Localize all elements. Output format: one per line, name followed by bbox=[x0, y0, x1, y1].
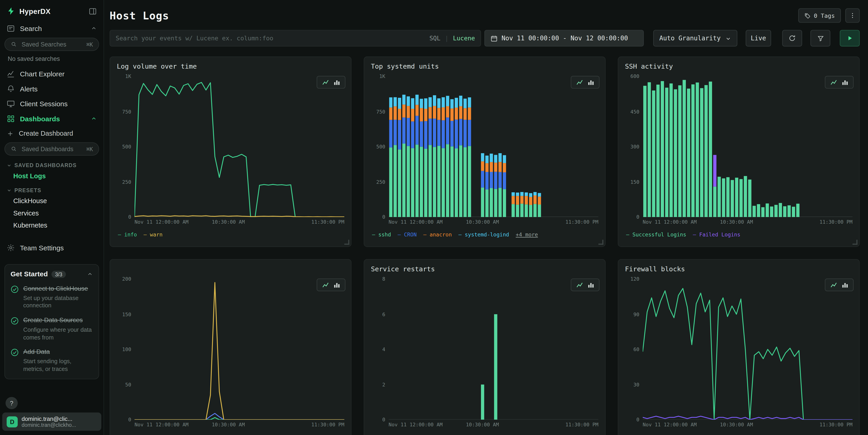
legend-item[interactable]: — warn bbox=[144, 231, 162, 238]
sidebar-item-label: Client Sessions bbox=[20, 100, 67, 107]
chart-type-toggle[interactable] bbox=[825, 279, 854, 291]
legend-item[interactable]: — Successful Logins bbox=[626, 231, 686, 238]
panel-title bbox=[117, 265, 344, 273]
chart-legend: — fail2ban-server— kernel— sshd bbox=[118, 434, 344, 435]
chart-type-toggle[interactable] bbox=[571, 279, 599, 291]
saved-searches-field[interactable] bbox=[21, 40, 83, 48]
bar-chart-icon[interactable] bbox=[841, 281, 848, 289]
legend-item[interactable]: — anacron bbox=[423, 231, 452, 238]
chevron-down-icon bbox=[7, 188, 11, 193]
sidebar-item-search[interactable]: Search bbox=[0, 21, 103, 36]
sidebar-item-alerts[interactable]: Alerts bbox=[0, 82, 103, 96]
filter-button[interactable] bbox=[810, 30, 830, 46]
line-chart-icon[interactable] bbox=[321, 281, 330, 289]
saved-dashboards-field[interactable] bbox=[21, 145, 83, 153]
chevron-up-icon bbox=[87, 271, 93, 277]
preset-link-clickhouse[interactable]: ClickHouse bbox=[0, 195, 103, 207]
lucene-toggle[interactable]: Lucene bbox=[453, 35, 475, 42]
chart-type-toggle[interactable] bbox=[571, 76, 599, 89]
legend-item[interactable]: — systemd bbox=[372, 434, 401, 435]
get-started-step[interactable]: Connect to ClickHouse Set up your databa… bbox=[10, 284, 93, 310]
brand-row: HyperDX bbox=[0, 5, 103, 21]
event-search-input[interactable] bbox=[110, 35, 429, 42]
line-chart-icon[interactable] bbox=[830, 79, 837, 86]
bar-chart-icon[interactable] bbox=[587, 79, 595, 86]
legend-item[interactable]: — kernel bbox=[179, 434, 204, 435]
run-query-button[interactable] bbox=[840, 30, 860, 46]
section-presets[interactable]: PRESETS bbox=[0, 182, 103, 195]
y-tick: 150 bbox=[122, 311, 131, 317]
line-chart-icon[interactable] bbox=[576, 281, 584, 289]
section-saved-dashboards[interactable]: SAVED DASHBOARDS bbox=[0, 157, 103, 170]
legend-item[interactable]: — Failed Logins bbox=[693, 231, 740, 238]
legend-item[interactable]: — Allowed bbox=[626, 434, 655, 435]
sidebar-collapse-icon[interactable] bbox=[89, 7, 97, 15]
x-tick: Nov 11 12:00:00 AM bbox=[643, 219, 697, 225]
legend-item[interactable]: — systemd-logind bbox=[458, 231, 509, 238]
tags-button[interactable]: 0 Tags bbox=[798, 8, 841, 23]
y-tick: 600 bbox=[630, 74, 640, 79]
saved-searches-input[interactable]: ⌘K bbox=[4, 38, 99, 51]
legend-item[interactable]: — info bbox=[118, 231, 137, 238]
create-dashboard-button[interactable]: Create Dashboard bbox=[0, 126, 103, 141]
get-started-step[interactable]: Add Data Start sending logs, metrics, or… bbox=[10, 348, 93, 373]
chart-type-toggle[interactable] bbox=[317, 76, 345, 89]
bar-chart-icon[interactable] bbox=[333, 281, 341, 289]
x-tick: 10:30:00 AM bbox=[212, 422, 245, 428]
sidebar-item-team-settings[interactable]: Team Settings bbox=[0, 240, 103, 255]
x-tick: 11:30:00 PM bbox=[565, 219, 598, 225]
preset-link-services[interactable]: Services bbox=[0, 207, 103, 219]
chart-legend: — info— warn bbox=[118, 231, 344, 238]
help-button[interactable]: ? bbox=[5, 397, 18, 409]
line-chart-icon[interactable] bbox=[830, 281, 837, 289]
sidebar-item-label: Alerts bbox=[20, 85, 38, 93]
bar-chart-icon[interactable] bbox=[587, 281, 595, 289]
y-tick: 250 bbox=[122, 179, 131, 185]
preset-link-kubernetes[interactable]: Kubernetes bbox=[0, 219, 103, 231]
sidebar: HyperDX Search ⌘K No saved searches bbox=[0, 0, 104, 435]
sidebar-item-label: Team Settings bbox=[20, 244, 64, 252]
refresh-button[interactable] bbox=[782, 30, 802, 46]
panel-title: Log volume over time bbox=[117, 62, 344, 71]
legend-item[interactable]: — sshd bbox=[372, 231, 391, 238]
y-tick: 1K bbox=[379, 74, 385, 79]
app-window: HyperDX Search ⌘K No saved searches bbox=[0, 0, 868, 435]
x-tick: 11:30:00 PM bbox=[311, 219, 344, 225]
legend-item[interactable]: — CRON bbox=[398, 231, 417, 238]
sql-toggle[interactable]: SQL bbox=[429, 35, 440, 42]
chart-area: 02505007501K Nov 11 12:00:00 AM10:30:00 … bbox=[371, 76, 598, 226]
user-menu[interactable]: D dominic.tran@clic... dominic.tran@clic… bbox=[2, 412, 101, 431]
dashboard-grid: Log volume over time 02505007501K Nov 11… bbox=[110, 57, 860, 435]
line-chart-icon[interactable] bbox=[321, 79, 330, 86]
legend-item[interactable]: — sshd bbox=[210, 434, 229, 435]
y-tick: 500 bbox=[376, 144, 385, 149]
get-started-step[interactable]: Create Data Sources Configure where your… bbox=[10, 316, 93, 341]
chevron-up-icon bbox=[91, 116, 97, 122]
x-tick: 11:30:00 PM bbox=[311, 422, 344, 428]
get-started-header[interactable]: Get Started 3/3 bbox=[10, 270, 93, 278]
more-menu-button[interactable] bbox=[845, 8, 860, 23]
bar-chart-icon[interactable] bbox=[841, 79, 848, 86]
sidebar-item-dashboards[interactable]: Dashboards bbox=[0, 111, 103, 126]
legend-item[interactable]: — fail2ban-server bbox=[118, 434, 172, 435]
saved-dashboards-input[interactable]: ⌘K bbox=[4, 142, 99, 155]
time-range-picker[interactable]: Nov 11 00:00:00 - Nov 12 00:00:00 bbox=[485, 30, 644, 46]
y-tick: 0 bbox=[637, 417, 640, 423]
granularity-select[interactable]: Auto Granularity bbox=[653, 30, 737, 46]
bar-chart-icon[interactable] bbox=[333, 79, 341, 86]
kebab-menu-icon bbox=[849, 12, 856, 19]
sidebar-item-chart-explorer[interactable]: Chart Explorer bbox=[0, 66, 103, 82]
live-button[interactable]: Live bbox=[746, 30, 771, 46]
line-chart-icon[interactable] bbox=[576, 79, 584, 86]
step-title: Create Data Sources bbox=[23, 316, 93, 325]
chart-type-toggle[interactable] bbox=[825, 76, 854, 89]
legend-item[interactable]: — Blocked bbox=[661, 434, 690, 435]
chart-type-toggle[interactable] bbox=[317, 279, 345, 291]
sidebar-item-client-sessions[interactable]: Client Sessions bbox=[0, 96, 103, 112]
legend-more-link[interactable]: +4 more bbox=[516, 231, 538, 238]
chart-panel-systemd-units: Top systemd units 02505007501K Nov 11 12… bbox=[364, 57, 606, 247]
x-tick: Nov 11 12:00:00 AM bbox=[389, 219, 443, 225]
dashboard-link-host-logs[interactable]: Host Logs bbox=[0, 170, 103, 182]
y-tick: 0 bbox=[637, 214, 640, 220]
step-subtitle: Start sending logs, metrics, or traces bbox=[23, 358, 93, 373]
